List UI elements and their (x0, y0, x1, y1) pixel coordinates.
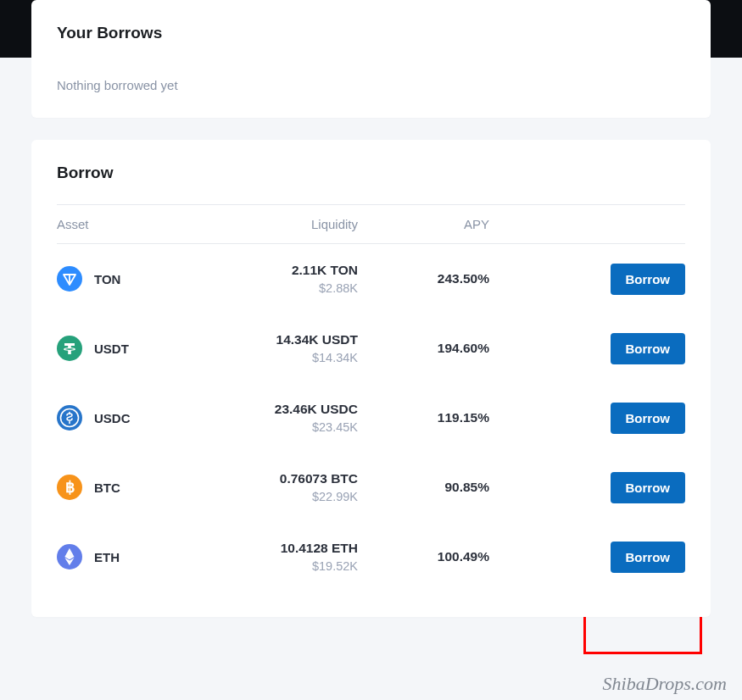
action-cell: Borrow (489, 333, 685, 364)
liquidity-cell: 0.76073 BTC $22.99K (201, 471, 358, 503)
apy-value: 119.15% (358, 410, 489, 425)
liquidity-usd: $2.88K (201, 281, 358, 295)
column-header-asset: Asset (57, 217, 201, 231)
asset-cell: USDT (57, 336, 201, 361)
apy-value: 90.85% (358, 480, 489, 495)
liquidity-amount: 2.11K TON (201, 263, 358, 278)
asset-cell: ฿ BTC (57, 475, 201, 500)
borrow-button[interactable]: Borrow (611, 542, 686, 573)
liquidity-cell: 23.46K USDC $23.45K (201, 402, 358, 434)
apy-value: 100.49% (358, 549, 489, 564)
asset-row: ฿ BTC 0.76073 BTC $22.99K 90.85% Borrow (57, 453, 685, 522)
watermark: ShibaDrops.com (603, 673, 727, 695)
borrow-button[interactable]: Borrow (611, 403, 686, 434)
action-cell: Borrow (489, 472, 685, 503)
your-borrows-title: Your Borrows (57, 24, 685, 42)
asset-cell: TON (57, 266, 201, 292)
apy-value: 243.50% (358, 271, 489, 286)
asset-row: USDC 23.46K USDC $23.45K 119.15% Borrow (57, 383, 685, 453)
liquidity-amount: 14.34K USDT (201, 332, 358, 347)
eth-icon (57, 544, 82, 569)
asset-row: TON 2.11K TON $2.88K 243.50% Borrow (57, 244, 685, 314)
usdt-icon (57, 336, 82, 361)
liquidity-amount: 10.4128 ETH (201, 541, 358, 556)
liquidity-usd: $23.45K (201, 420, 358, 434)
asset-row: ETH 10.4128 ETH $19.52K 100.49% Borrow (57, 522, 685, 592)
borrow-button[interactable]: Borrow (611, 333, 686, 364)
borrow-button[interactable]: Borrow (611, 472, 686, 503)
borrow-asset-list: TON 2.11K TON $2.88K 243.50% Borrow USDT… (57, 244, 685, 592)
liquidity-amount: 23.46K USDC (201, 402, 358, 417)
asset-cell: USDC (57, 405, 201, 431)
liquidity-usd: $14.34K (201, 351, 358, 364)
borrow-button[interactable]: Borrow (611, 264, 686, 295)
column-header-liquidity: Liquidity (201, 217, 358, 231)
borrow-table-header: Asset Liquidity APY (57, 204, 685, 244)
apy-value: 194.60% (358, 341, 489, 356)
asset-symbol: USDT (94, 342, 129, 356)
liquidity-cell: 14.34K USDT $14.34K (201, 332, 358, 364)
page-container: Your Borrows Nothing borrowed yet Borrow… (0, 0, 742, 617)
action-cell: Borrow (489, 403, 685, 434)
asset-symbol: TON (94, 272, 120, 286)
asset-cell: ETH (57, 544, 201, 569)
asset-symbol: BTC (94, 481, 120, 495)
btc-icon: ฿ (57, 475, 82, 500)
borrow-card: Borrow Asset Liquidity APY TON 2.11K TON… (31, 140, 711, 617)
action-cell: Borrow (489, 264, 685, 295)
asset-row: USDT 14.34K USDT $14.34K 194.60% Borrow (57, 314, 685, 383)
action-cell: Borrow (489, 542, 685, 573)
liquidity-amount: 0.76073 BTC (201, 471, 358, 486)
ton-icon (57, 266, 82, 292)
svg-text:฿: ฿ (65, 479, 75, 496)
your-borrows-empty: Nothing borrowed yet (57, 78, 685, 92)
liquidity-usd: $19.52K (201, 559, 358, 573)
borrow-title: Borrow (57, 164, 685, 182)
your-borrows-card: Your Borrows Nothing borrowed yet (31, 0, 711, 118)
column-header-apy: APY (358, 217, 489, 231)
liquidity-cell: 2.11K TON $2.88K (201, 263, 358, 295)
asset-symbol: USDC (94, 411, 131, 425)
liquidity-usd: $22.99K (201, 490, 358, 503)
liquidity-cell: 10.4128 ETH $19.52K (201, 541, 358, 573)
usdc-icon (57, 405, 82, 431)
asset-symbol: ETH (94, 550, 120, 564)
